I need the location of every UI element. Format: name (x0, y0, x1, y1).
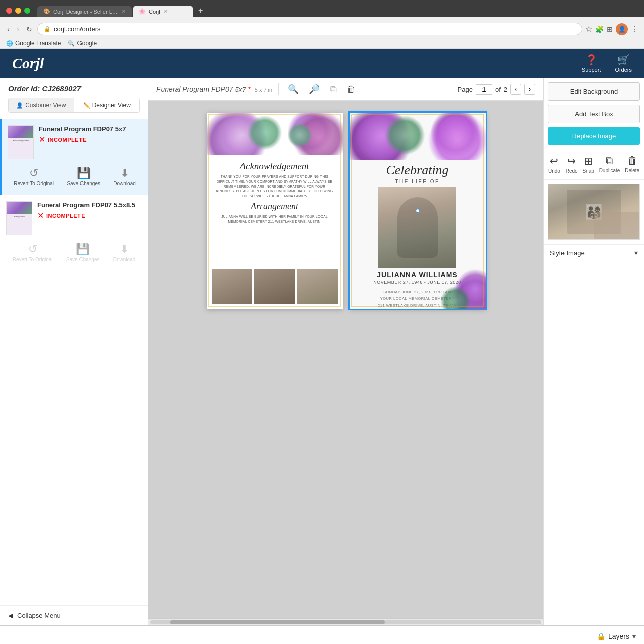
style-image-section: Style Image ▾ (544, 244, 644, 261)
product-item-2: Arrangement Funeral Program FDP07 5.5x8.… (0, 195, 148, 271)
layers-expand-icon: ▾ (632, 632, 636, 640)
canvas-toolbar: Funeral Program FDP07 5x7 * 5 x 7 in 🔍 🔎… (148, 78, 543, 101)
tab-favicon: 🎨 (43, 8, 50, 15)
bookmark-google[interactable]: 🔍 Google (68, 40, 97, 47)
collapse-menu-btn[interactable]: ◀ Collapse Menu (0, 605, 148, 625)
tab-close-icon[interactable]: ✕ (164, 9, 168, 14)
revert-icon-2: ↺ (28, 243, 37, 256)
page-of-label: of (495, 86, 501, 93)
product-2-save-btn[interactable]: 💾 Save Changes (64, 240, 102, 265)
page2-main-photo (378, 187, 456, 268)
chevron-down-icon: ▾ (634, 249, 638, 257)
canvas-page-2[interactable]: Celebrating THE LIFE OF JULIANNA WILLIAM… (350, 113, 486, 309)
save-icon-2: 💾 (76, 243, 90, 256)
profile-avatar[interactable]: 👤 (616, 23, 628, 35)
delete-tool[interactable]: 🗑 Delete (623, 153, 641, 175)
url-text: corjl.com/orders (54, 25, 100, 33)
product-2-download-btn[interactable]: ⬇ Download (111, 240, 137, 265)
add-text-box-button[interactable]: Add Text Box (548, 105, 640, 123)
bookmarks-bar: 🌐 Google Translate 🔍 Google (0, 38, 644, 49)
lock-layers-icon: 🔒 (597, 632, 605, 640)
edit-background-button[interactable]: Edit Background (548, 82, 640, 101)
browser-tab-corjl[interactable]: 🌸 Corjl ✕ (133, 6, 193, 17)
product-1-download-btn[interactable]: ⬇ Download (111, 165, 137, 189)
product-2-revert-btn[interactable]: ↺ Revert To Original (11, 240, 55, 265)
app-logo: Corjl (12, 55, 44, 72)
extensions-button[interactable]: 🧩 (595, 25, 604, 33)
designer-view-tab[interactable]: ✏️ Designer View (74, 98, 140, 112)
bookmark-google-translate[interactable]: 🌐 Google Translate (6, 40, 61, 47)
page-number-input[interactable] (476, 84, 492, 95)
bookmark-button[interactable]: ☆ (585, 24, 592, 34)
layers-label: Layers (608, 632, 629, 640)
right-panel-tools: ↩ Undo ↪ Redo ⊞ Snap ⧉ Duplicate 🗑 De (544, 149, 644, 180)
page-next-button[interactable]: › (524, 84, 535, 95)
page1-photo-3 (297, 269, 338, 304)
doc-dimensions: 5 x 7 in (255, 87, 272, 93)
page2-celebrating: Celebrating (358, 163, 477, 178)
menu-button[interactable]: ⋮ (631, 24, 639, 34)
page1-title: Acknowledgement (216, 160, 334, 172)
url-bar[interactable]: 🔒 corjl.com/orders (37, 23, 582, 35)
redo-icon: ↪ (567, 155, 576, 167)
app-header: Corjl ❓ Support 🛒 Orders (0, 49, 644, 78)
undo-tool[interactable]: ↩ Undo (547, 153, 562, 175)
save-icon: 💾 (77, 167, 91, 180)
product-2-status-icon: ✕ (37, 211, 44, 220)
revert-icon: ↺ (29, 167, 38, 180)
back-button[interactable]: ‹ (5, 24, 12, 34)
page1-subtitle: Arrangement (216, 201, 334, 212)
layers-panel-toggle[interactable]: 🔒 Layers ▾ (597, 632, 636, 640)
product-1-revert-btn[interactable]: ↺ Revert To Original (12, 165, 56, 189)
image-preview: 👨‍👩‍👧 (548, 184, 639, 239)
style-image-toggle[interactable]: Style Image ▾ (544, 244, 644, 261)
image-preview-container: 👨‍👩‍👧 (548, 184, 640, 240)
page2-selection-handle[interactable] (416, 209, 420, 213)
support-action[interactable]: ❓ Support (582, 54, 601, 73)
forward-button[interactable]: › (15, 24, 21, 34)
orders-action[interactable]: 🛒 Orders (615, 54, 632, 73)
lock-icon: 🔒 (44, 26, 51, 32)
tab-title: Corjl Designer - Seller Login (53, 9, 119, 15)
new-tab-button[interactable]: + (194, 4, 207, 17)
content-area: Order Id: CJ2689027 👤 Customer View ✏️ D… (0, 78, 644, 625)
replace-image-button[interactable]: Replace Image (548, 127, 640, 145)
product-1-info: Funeral Program FDP07 5x7 ✕ INCOMPLETE (39, 125, 142, 144)
page-label: Page (458, 86, 473, 93)
snap-icon: ⊞ (584, 155, 593, 167)
snap-tool[interactable]: ⊞ Snap (581, 153, 595, 175)
page-total: 2 (504, 86, 507, 93)
order-id: Order Id: CJ2689027 (8, 84, 140, 93)
zoom-in-button[interactable]: 🔍 (285, 82, 302, 96)
duplicate-icon: ⧉ (606, 155, 613, 167)
copy-button[interactable]: ⧉ (327, 83, 340, 96)
browser-tab-seller-login[interactable]: 🎨 Corjl Designer - Seller Login ✕ (37, 6, 132, 17)
close-btn[interactable] (6, 8, 12, 14)
product-1-save-btn[interactable]: 💾 Save Changes (65, 165, 102, 189)
tab-close-icon[interactable]: ✕ (122, 9, 126, 14)
cart-icon: 🛒 (617, 54, 630, 66)
product-item-1: Acknowledgement Funeral Program FDP07 5x… (0, 119, 148, 195)
minimize-btn[interactable] (15, 8, 21, 14)
right-panel: Edit Background Add Text Box Replace Ima… (543, 78, 644, 625)
redo-tool[interactable]: ↪ Redo (564, 153, 579, 175)
product-1-status-icon: ✕ (39, 135, 45, 144)
download-icon: ⬇ (120, 167, 129, 180)
delete-icon: 🗑 (627, 155, 637, 167)
canvas-page-1[interactable]: Acknowledgement THANK YOU FOR YOUR PRAYE… (207, 113, 343, 309)
page1-photo-1 (212, 269, 253, 304)
product-2-status: INCOMPLETE (46, 213, 85, 219)
page-prev-button[interactable]: ‹ (510, 84, 521, 95)
product-2-thumb: Arrangement (6, 201, 32, 235)
collapse-arrow-icon: ◀ (8, 612, 13, 619)
zoom-out-button[interactable]: 🔎 (306, 82, 323, 96)
maximize-btn[interactable] (24, 8, 30, 14)
customer-view-tab[interactable]: 👤 Customer View (9, 98, 74, 112)
canvas-scrollbar[interactable] (148, 618, 543, 625)
reload-button[interactable]: ↻ (24, 24, 34, 34)
tab-strip-button[interactable]: ⊞ (607, 25, 613, 33)
canvas-scroll-area[interactable]: Acknowledgement THANK YOU FOR YOUR PRAYE… (148, 101, 543, 618)
product-1-thumb: Acknowledgement (8, 125, 34, 159)
duplicate-tool[interactable]: ⧉ Duplicate (598, 153, 622, 175)
delete-canvas-button[interactable]: 🗑 (344, 83, 359, 96)
